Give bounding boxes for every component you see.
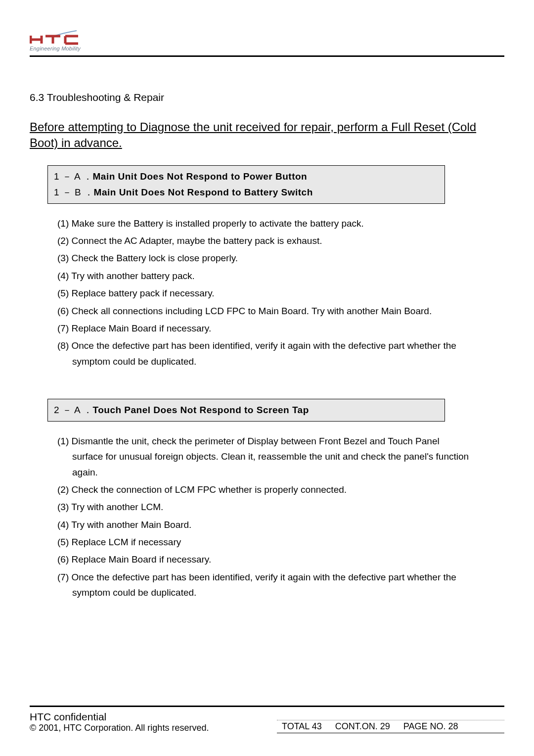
htc-logo-icon bbox=[30, 30, 89, 46]
issue-1a-prefix: 1 － A ． bbox=[54, 171, 92, 182]
logo-tagline: Engineering Mobility bbox=[30, 46, 504, 51]
list-item: (3) Try with another LCM. bbox=[57, 499, 470, 515]
footer-confidential: HTC confidential bbox=[30, 711, 209, 723]
list-item: (1) Dismantle the unit, check the perime… bbox=[57, 433, 470, 480]
list-item: (6) Replace Main Board if necessary. bbox=[57, 552, 470, 567]
footer-page: PAGE NO. 28 bbox=[403, 721, 458, 731]
issue-2a-prefix: 2 － A ． bbox=[54, 405, 92, 415]
issue-2a: 2 － A ．Touch Panel Does Not Respond to S… bbox=[54, 402, 439, 418]
header-divider bbox=[30, 55, 504, 57]
list-item: (8) Once the defective part has been ide… bbox=[57, 338, 470, 369]
footer-divider bbox=[30, 706, 504, 707]
intro-text: Before attempting to Diagnose the unit r… bbox=[30, 119, 504, 151]
footer-copyright: © 2001, HTC Corporation. All rights rese… bbox=[30, 723, 209, 733]
issue-1b: 1 － B ．Main Unit Does Not Respond to Bat… bbox=[54, 185, 439, 200]
list-item: (5) Replace LCM if necessary bbox=[57, 534, 470, 550]
issue-1a-title: Main Unit Does Not Respond to Power Butt… bbox=[92, 171, 307, 182]
footer-page-info: TOTAL 43 CONT.ON. 29 PAGE NO. 28 bbox=[277, 720, 504, 733]
list-item: (6) Check all connections including LCD … bbox=[57, 303, 470, 319]
footer-cont: CONT.ON. 29 bbox=[335, 721, 390, 731]
logo: Engineering Mobility bbox=[30, 30, 504, 51]
list-item: (3) Check the Battery lock is close prop… bbox=[57, 250, 470, 266]
page-footer: HTC confidential © 2001, HTC Corporation… bbox=[30, 706, 504, 733]
list-item: (4) Try with another Main Board. bbox=[57, 517, 470, 532]
list-item: (4) Try with another battery pack. bbox=[57, 268, 470, 284]
list-item: (7) Replace Main Board if necessary. bbox=[57, 321, 470, 336]
footer-total: TOTAL 43 bbox=[282, 721, 322, 731]
issue-1b-title: Main Unit Does Not Respond to Battery Sw… bbox=[94, 187, 313, 197]
issue-box-1: 1 － A ．Main Unit Does Not Respond to Pow… bbox=[47, 165, 445, 204]
list-item: (1) Make sure the Battery is installed p… bbox=[57, 216, 470, 231]
section-title: 6.3 Troubleshooting & Repair bbox=[30, 92, 504, 103]
issue-box-2: 2 － A ．Touch Panel Does Not Respond to S… bbox=[47, 399, 445, 422]
issue-2a-title: Touch Panel Does Not Respond to Screen T… bbox=[92, 405, 309, 415]
list-item: (2) Connect the AC Adapter, maybe the ba… bbox=[57, 233, 470, 248]
issue-1b-prefix: 1 － B ． bbox=[54, 187, 94, 197]
steps-list-1: (1) Make sure the Battery is installed p… bbox=[57, 216, 470, 369]
steps-list-2: (1) Dismantle the unit, check the perime… bbox=[57, 433, 470, 600]
list-item: (7) Once the defective part has been ide… bbox=[57, 569, 470, 601]
list-item: (5) Replace battery pack if necessary. bbox=[57, 285, 470, 301]
issue-1a: 1 － A ．Main Unit Does Not Respond to Pow… bbox=[54, 169, 439, 185]
list-item: (2) Check the connection of LCM FPC whet… bbox=[57, 482, 470, 497]
